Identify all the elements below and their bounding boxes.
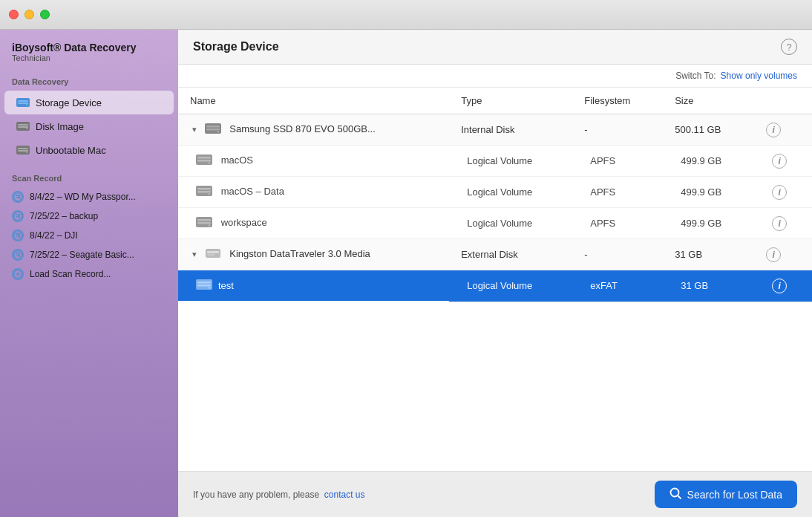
info-button[interactable]: i (772, 154, 787, 169)
scan-record-label-4: 7/25/22 – Seagate Basic... (30, 250, 134, 260)
help-icon[interactable]: ? (781, 39, 797, 55)
row-info-cell: i (754, 270, 812, 302)
row-volume-name: macOS (221, 155, 253, 166)
row-type: Logical Volume (449, 208, 572, 239)
main-content: Storage Device ? Switch To: Show only vo… (178, 30, 812, 517)
row-size: 31 GB (663, 239, 754, 270)
sidebar-item-disk-image-label: Disk Image (36, 121, 84, 132)
table-row[interactable]: workspace Logical Volume APFS 499.9 GB i (178, 208, 812, 239)
volume-icon (196, 184, 212, 200)
svg-point-12 (14, 193, 22, 201)
scan-record-icon-4 (12, 249, 24, 261)
traffic-lights (9, 10, 50, 19)
row-info-cell: i (754, 114, 812, 146)
disk-image-icon (16, 120, 30, 133)
scan-record-item-4[interactable]: 7/25/22 – Seagate Basic... (0, 245, 178, 264)
load-scan-record-label: Load Scan Record... (30, 269, 111, 279)
scan-record-item-1[interactable]: 8/4/22 – WD My Passpor... (0, 187, 178, 207)
close-button[interactable] (9, 10, 19, 19)
row-type: Logical Volume (449, 177, 572, 208)
scan-record-item-2[interactable]: 7/25/22 – backup (0, 207, 178, 226)
switch-to-label: Switch To: (675, 71, 716, 81)
svg-point-14 (14, 232, 22, 239)
svg-rect-6 (18, 126, 28, 128)
load-scan-record-item[interactable]: Load Scan Record... (0, 264, 178, 284)
sidebar-item-storage-device-label: Storage Device (36, 97, 102, 108)
row-disk-name: Kingston DataTraveler 3.0 Media (229, 248, 370, 259)
footer-text: If you have any problem, please contact … (193, 490, 364, 500)
search-for-lost-data-button[interactable]: Search for Lost Data (655, 481, 797, 508)
svg-point-11 (26, 152, 27, 153)
scan-record-label-2: 7/25/22 – backup (30, 211, 98, 221)
info-button[interactable]: i (766, 247, 781, 262)
contact-us-link[interactable]: contact us (324, 490, 365, 500)
footer: If you have any problem, please contact … (178, 471, 812, 517)
info-button[interactable]: i (772, 185, 787, 200)
row-filesystem: - (572, 114, 663, 146)
sidebar-item-disk-image[interactable]: Disk Image (4, 114, 174, 138)
svg-point-30 (209, 193, 210, 195)
svg-rect-10 (18, 150, 28, 152)
row-filesystem: APFS (572, 146, 663, 177)
sidebar-item-unbootable-mac[interactable]: Unbootable Mac (4, 138, 174, 162)
section-data-recovery-label: Data Recovery (0, 65, 178, 91)
maximize-button[interactable] (40, 10, 50, 19)
col-name: Name (178, 88, 449, 114)
scan-record-item-3[interactable]: 8/4/22 – DJI (0, 226, 178, 245)
app-name: iBoysoft® Data Recovery (12, 42, 166, 53)
sidebar-item-storage-device[interactable]: Storage Device (4, 91, 174, 114)
row-name-cell: macOS (178, 146, 449, 177)
scan-record-icon-3 (12, 230, 24, 241)
row-volume-name: macOS – Data (221, 186, 284, 197)
row-info-cell: i (754, 177, 812, 208)
svg-rect-21 (206, 129, 220, 131)
row-size: 31 GB (663, 270, 754, 302)
table-row[interactable]: macOS – Data Logical Volume APFS 499.9 G… (178, 177, 812, 208)
sidebar-item-unbootable-mac-label: Unbootable Mac (36, 145, 106, 156)
row-type: Internal Disk (449, 114, 572, 146)
app-branding: iBoysoft® Data Recovery Technician (0, 42, 178, 65)
table-row[interactable]: macOS Logical Volume APFS 499.9 GB i (178, 146, 812, 177)
svg-point-34 (209, 224, 210, 226)
svg-rect-28 (197, 188, 211, 190)
show-only-volumes-link[interactable]: Show only volumes (721, 71, 797, 81)
svg-rect-5 (18, 124, 28, 126)
row-name-cell: ▾ Samsung SSD 870 EVO 500GB... (178, 114, 449, 146)
col-info (754, 88, 812, 114)
svg-rect-33 (197, 222, 211, 224)
row-volume-name: test (218, 280, 234, 291)
info-button[interactable]: i (766, 123, 781, 137)
row-info-cell: i (754, 239, 812, 270)
scan-record-label-1: 8/4/22 – WD My Passpor... (30, 192, 136, 202)
svg-rect-2 (18, 103, 28, 104)
switch-bar: Switch To: Show only volumes (178, 65, 812, 88)
row-filesystem: exFAT (572, 270, 663, 302)
table-row[interactable]: ▾ Kingston DataTraveler 3.0 Media Extern (178, 239, 812, 270)
row-filesystem: APFS (572, 208, 663, 239)
row-type: Logical Volume (449, 146, 572, 177)
table-area: Switch To: Show only volumes Name Type F… (178, 65, 812, 471)
svg-rect-36 (207, 251, 219, 253)
minimize-button[interactable] (24, 10, 34, 19)
row-info-cell: i (754, 208, 812, 239)
row-volume-name: workspace (221, 217, 267, 228)
main-header: Storage Device ? (178, 30, 812, 65)
row-filesystem: - (572, 239, 663, 270)
volume-icon (196, 153, 212, 169)
scan-record-label-3: 8/4/22 – DJI (30, 230, 78, 241)
svg-point-3 (26, 104, 27, 105)
row-name-cell: test (178, 270, 449, 302)
storage-device-icon (16, 96, 30, 109)
title-bar (0, 0, 812, 30)
table-row[interactable]: ▾ Samsung SSD 870 EVO 500GB... (178, 114, 812, 146)
section-scan-record-label: Scan Record (0, 162, 178, 187)
row-size: 499.9 GB (663, 177, 754, 208)
row-name-cell: workspace (178, 208, 449, 239)
table-row[interactable]: test Logical Volume exFAT 31 GB i (178, 270, 812, 302)
info-button[interactable]: i (772, 216, 787, 231)
unbootable-mac-icon (16, 143, 30, 157)
svg-rect-29 (197, 191, 211, 193)
svg-rect-9 (18, 148, 28, 149)
row-filesystem: APFS (572, 177, 663, 208)
info-button[interactable]: i (772, 279, 787, 293)
